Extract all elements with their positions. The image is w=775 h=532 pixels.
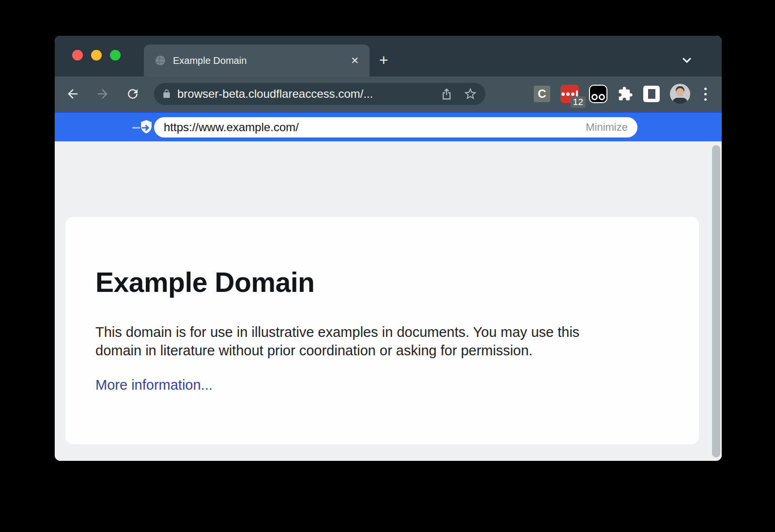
- tab-search-button[interactable]: [679, 52, 695, 68]
- lock-icon: [162, 89, 171, 99]
- browser-window: Example Domain ✕ +: [55, 36, 722, 461]
- remote-url-input[interactable]: https://www.example.com/ Minimize: [154, 117, 637, 137]
- puzzle-icon: [618, 86, 633, 102]
- tab-close-icon[interactable]: ✕: [351, 56, 359, 65]
- bookmark-star-icon[interactable]: [463, 87, 478, 101]
- avatar: [670, 84, 690, 104]
- minimize-bar-button[interactable]: Minimize: [586, 121, 628, 134]
- extension-lens-button[interactable]: [589, 85, 607, 103]
- body-line: This domain is for use in illustrative e…: [95, 323, 669, 341]
- side-panel-button[interactable]: [643, 86, 660, 102]
- address-bar[interactable]: browser-beta.cloudflareaccess.com/...: [154, 83, 485, 105]
- window-controls: [72, 50, 121, 61]
- profile-button[interactable]: [670, 84, 690, 104]
- extension-lastpass-button[interactable]: 12: [560, 85, 579, 103]
- browser-menu-button[interactable]: [700, 88, 710, 101]
- tab-strip: Example Domain ✕ +: [55, 36, 722, 76]
- back-button[interactable]: [65, 86, 80, 102]
- forward-button[interactable]: [95, 86, 110, 102]
- body-line: domain in literature without prior coord…: [95, 341, 669, 360]
- extension-badge: 12: [571, 96, 586, 108]
- page-body: This domain is for use in illustrative e…: [95, 323, 669, 360]
- dual-lens-icon: [589, 85, 607, 103]
- extension-c-button[interactable]: C: [534, 86, 550, 102]
- zoom-window-button[interactable]: [110, 50, 121, 61]
- extensions-menu-button[interactable]: [618, 86, 633, 102]
- arrow-right-icon: [95, 87, 110, 101]
- globe-favicon-icon: [155, 55, 166, 66]
- arrow-left-icon: [65, 87, 80, 101]
- isolation-bar: https://www.example.com/ Minimize: [55, 111, 722, 141]
- reload-button[interactable]: [125, 86, 140, 102]
- extensions-row: C 12: [534, 76, 710, 111]
- sidebar-icon: [643, 86, 660, 102]
- c-extension-icon: C: [534, 86, 550, 102]
- minimize-window-button[interactable]: [91, 50, 102, 61]
- close-window-button[interactable]: [72, 50, 83, 61]
- page-viewport: Example Domain This domain is for use in…: [55, 141, 722, 461]
- browser-toolbar: browser-beta.cloudflareaccess.com/... C: [55, 76, 722, 111]
- more-information-link[interactable]: More information...: [95, 377, 213, 393]
- scrollbar-thumb[interactable]: [712, 145, 720, 457]
- reload-icon: [125, 87, 140, 101]
- browser-tab[interactable]: Example Domain ✕: [144, 45, 370, 76]
- page-title: Example Domain: [95, 267, 669, 298]
- kebab-menu-icon: [700, 88, 710, 101]
- address-bar-url: browser-beta.cloudflareaccess.com/...: [177, 87, 435, 101]
- share-icon[interactable]: [440, 87, 453, 101]
- tab-title: Example Domain: [173, 55, 351, 66]
- shield-arrow-icon: [132, 120, 155, 136]
- remote-url-text: https://www.example.com/: [164, 121, 586, 134]
- example-domain-card: Example Domain This domain is for use in…: [65, 217, 699, 444]
- new-tab-button[interactable]: +: [375, 52, 392, 68]
- chevron-down-icon: [680, 53, 694, 67]
